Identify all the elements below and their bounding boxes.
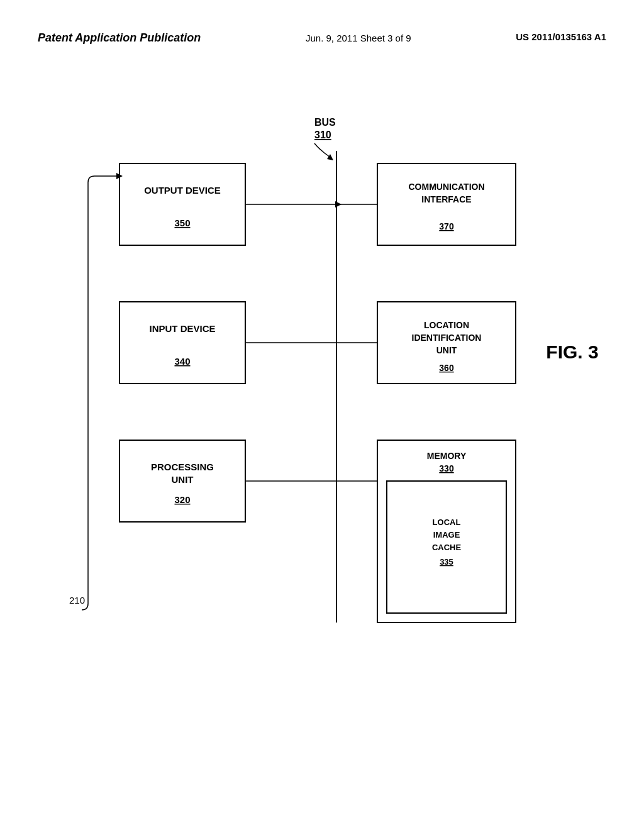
local-image-cache-label1: LOCAL xyxy=(433,517,461,527)
patent-diagram: BUS 310 OUTPUT DEVICE 350 INPUT DEVICE 3… xyxy=(31,88,623,780)
bus-arrowhead xyxy=(327,154,333,160)
bus-arrow-curve xyxy=(314,143,330,157)
location-id-label2: IDENTIFICATION xyxy=(412,333,482,343)
location-id-num: 360 xyxy=(439,363,454,373)
output-device-label1: OUTPUT DEVICE xyxy=(144,185,221,196)
page-header: Patent Application Publication Jun. 9, 2… xyxy=(0,31,644,46)
processing-unit-num: 320 xyxy=(174,494,190,505)
fig-label-fig: FIG. 3 xyxy=(546,341,598,362)
comm-interface-label2: INTERFACE xyxy=(421,194,471,204)
comm-interface-box xyxy=(377,163,516,245)
local-image-cache-label3: CACHE xyxy=(432,543,462,552)
location-id-label1: LOCATION xyxy=(424,320,469,330)
patent-page: Patent Application Publication Jun. 9, 2… xyxy=(0,0,644,830)
location-id-label3: UNIT xyxy=(436,345,457,355)
memory-label1: MEMORY xyxy=(427,451,467,461)
memory-num: 330 xyxy=(439,463,454,473)
output-device-num: 350 xyxy=(174,218,190,228)
patent-number: US 2011/0135163 A1 xyxy=(516,31,606,42)
ref-210-label: 210 xyxy=(69,595,85,606)
bus-label: BUS xyxy=(314,117,336,128)
bus-num: 310 xyxy=(314,130,331,140)
processing-unit-label2: UNIT xyxy=(172,474,194,485)
local-image-cache-num: 335 xyxy=(440,557,453,567)
processing-unit-label1: PROCESSING xyxy=(151,462,214,472)
input-device-label1: INPUT DEVICE xyxy=(149,323,215,334)
local-image-cache-label2: IMAGE xyxy=(433,530,460,540)
publication-label: Patent Application Publication xyxy=(38,31,201,45)
bracket-210 xyxy=(82,176,119,610)
comm-interface-label1: COMMUNICATION xyxy=(408,182,484,192)
comm-interface-num: 370 xyxy=(439,221,454,231)
output-device-box xyxy=(119,163,245,245)
input-device-num: 340 xyxy=(174,356,190,367)
input-device-box xyxy=(119,302,245,384)
sheet-info: Jun. 9, 2011 Sheet 3 of 9 xyxy=(306,31,411,46)
